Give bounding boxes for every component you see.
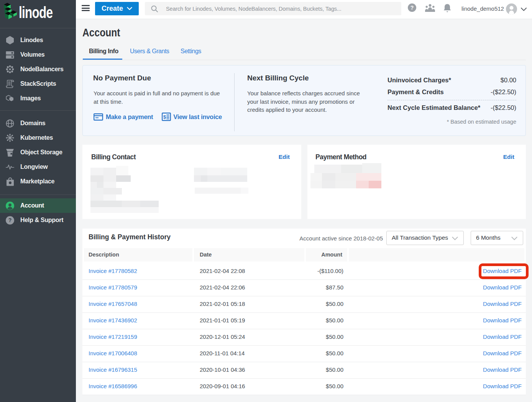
svg-text:$: $ <box>163 114 166 120</box>
svg-text:?: ? <box>8 217 12 223</box>
svg-text:?: ? <box>410 5 414 11</box>
